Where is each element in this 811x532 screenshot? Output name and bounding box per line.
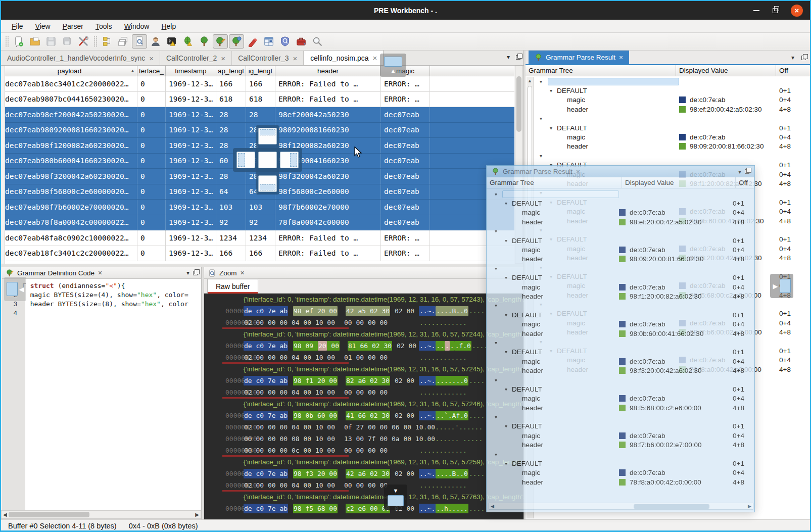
close-icon[interactable]: ×	[149, 54, 154, 63]
titlebar[interactable]: PRE Workbench - . ×	[1, 1, 810, 20]
field-magic[interactable]: magic	[490, 209, 619, 216]
settings-tools-button[interactable]	[76, 34, 91, 49]
expander-icon[interactable]: ▾	[495, 340, 502, 346]
code-line[interactable]: 2 magic BYTES(size=(4), show="hex", colo…	[2, 290, 202, 299]
column-offset[interactable]: Off	[776, 65, 811, 76]
hex-line[interactable]: 00000010 02 00 00 00 04 00 10 000f 27 00…	[204, 421, 523, 433]
expander-icon[interactable]: ▾	[505, 312, 512, 318]
close-icon[interactable]: ×	[293, 54, 298, 63]
expander-icon[interactable]: ▾	[495, 228, 502, 234]
table-row[interactable]: dec07eab48fa8c0902c10000022… 0 1969-12-3…	[2, 230, 514, 246]
close-icon[interactable]: ×	[576, 168, 580, 175]
code-editor[interactable]: 1 Γ struct (endianness="<"){ 2 magic BYT…	[2, 279, 202, 510]
hex-line[interactable]: 00000000 de c0 7e ab 98 ef 20 0042 a5 02…	[204, 305, 523, 317]
hex-bytes[interactable]: de c0 7e ab	[244, 504, 288, 513]
inspector-shield-button[interactable]	[277, 34, 293, 49]
hex-bytes[interactable]: 02 00 00 00 04 00 10 00	[244, 422, 336, 432]
close-icon[interactable]: ×	[372, 54, 377, 62]
expander-icon[interactable]: ▾	[540, 116, 547, 121]
hex-bytes[interactable]: 81 66 02 30	[348, 341, 392, 351]
dock-right-zone-icon[interactable]	[280, 152, 299, 168]
node-label[interactable]: DEFAULT	[512, 274, 542, 281]
menu-item[interactable]: Tools	[90, 21, 118, 32]
parse-tree-button[interactable]	[197, 34, 212, 49]
column-header[interactable]: header	[275, 66, 381, 76]
red-marker-button[interactable]	[245, 34, 260, 49]
column-header[interactable]: terface_	[137, 66, 166, 76]
field-magic[interactable]: magic	[490, 283, 619, 291]
expander-icon[interactable]: ▾	[550, 88, 557, 93]
table-row[interactable]: dec07eab18ec3401c2c20000022… 0 1969-12-3…	[2, 76, 514, 92]
column-displayed-value[interactable]: Displayed Value	[676, 65, 776, 76]
close-icon[interactable]: ×	[98, 269, 102, 277]
hex-bytes[interactable]: 42 a6 02 30	[346, 469, 390, 478]
selected-node-box[interactable]	[502, 190, 619, 198]
tab-list-chevron-icon[interactable]: ▾	[507, 54, 510, 61]
hex-bytes[interactable]	[288, 504, 293, 513]
close-icon[interactable]: ×	[241, 269, 245, 277]
grid-window-button[interactable]	[261, 34, 276, 49]
hex-bytes[interactable]	[288, 341, 293, 351]
dock-tab-drop-indicator[interactable]: ▲	[380, 54, 406, 77]
expander-icon[interactable]: ▾	[505, 201, 512, 206]
expander-icon[interactable]: ▾	[540, 79, 547, 84]
column-header[interactable]: ig_lengt	[246, 66, 275, 76]
user-agent-button[interactable]	[148, 34, 163, 49]
field-magic[interactable]: magic	[535, 133, 679, 141]
search-magnifier-button[interactable]	[310, 34, 325, 49]
grammar-parse-result-tab[interactable]: Grammar Parse Result ×	[529, 51, 629, 64]
document-tab[interactable]: CallController_2 ×	[160, 51, 232, 65]
dock-right-drop-indicator[interactable]: ▶	[770, 274, 793, 298]
document-tab[interactable]: cellinfo_nosim.pca ×	[304, 50, 384, 65]
menu-item[interactable]: File	[6, 21, 29, 32]
expander-icon[interactable]: ▾	[550, 125, 557, 131]
preview-file-button[interactable]	[132, 34, 147, 49]
hex-line[interactable]: 00000010 02 00 00 00 04 00 10 0000 00 00…	[204, 479, 523, 491]
hex-line[interactable]: 00000000 de c0 7e ab 98 f5 68 00c2 e6 00…	[204, 503, 523, 514]
hex-bytes[interactable]: 01 00 00 00	[344, 353, 388, 362]
hex-bytes[interactable]: 00 00 00 00	[344, 318, 388, 327]
field-header[interactable]: header	[535, 142, 679, 150]
close-icon[interactable]: ×	[221, 54, 225, 63]
hex-bytes[interactable]: 00 00 00 00	[344, 388, 388, 397]
hex-bytes[interactable]: 82 a6 02 30	[346, 376, 390, 385]
hex-bytes[interactable]	[288, 411, 293, 420]
expander-icon[interactable]: ▾	[505, 423, 512, 429]
panel-menu-chevron-icon[interactable]: ▾	[791, 54, 794, 61]
expander-icon[interactable]: ▾	[495, 303, 502, 308]
hex-line[interactable]: 00000010 02 00 00 00 04 00 10 0001 00 00…	[204, 352, 523, 363]
field-magic[interactable]: magic	[490, 358, 619, 365]
expander-icon[interactable]: ▾	[540, 153, 547, 159]
floating-horizontal-scrollbar[interactable]: ◀ ▶	[489, 503, 753, 510]
expander-icon[interactable]: ▾	[505, 461, 512, 466]
expander-icon[interactable]: ▾	[505, 349, 512, 355]
field-header[interactable]: header	[490, 478, 619, 486]
maximize-icon[interactable]	[773, 8, 778, 13]
column-header[interactable]: ap_lengt	[216, 66, 246, 76]
dock-left-zone-icon[interactable]	[236, 152, 255, 168]
expander-icon[interactable]: ▾	[505, 238, 512, 244]
edit-grammar-tree-button[interactable]	[213, 34, 228, 49]
raw-buffer-tab[interactable]: Raw buffer	[207, 279, 258, 293]
document-tab[interactable]: CallController_3 ×	[232, 51, 304, 65]
close-icon[interactable]: ×	[619, 54, 623, 61]
field-header[interactable]: header	[490, 404, 619, 412]
field-magic[interactable]: magic	[535, 96, 679, 104]
horizontal-splitter[interactable]	[1, 264, 524, 267]
table-row[interactable]: dec07eab18fc3401c2c20000022… 0 1969-12-3…	[2, 246, 514, 262]
hex-bytes[interactable]: 98 ef 20 00	[293, 306, 338, 316]
panel-menu-chevron-icon[interactable]: ▾	[186, 269, 189, 276]
field-magic[interactable]: magic	[490, 469, 619, 476]
hex-bytes[interactable]: 98 f5 68 00	[293, 504, 338, 513]
hex-bytes[interactable]: 98 f3 20 00	[293, 469, 338, 478]
hex-bytes[interactable]: 00	[327, 341, 340, 351]
field-header[interactable]: header	[490, 293, 619, 300]
node-label[interactable]: DEFAULT	[557, 124, 587, 132]
hex-bytes[interactable]: de c0 7e ab	[244, 306, 288, 316]
field-magic[interactable]: magic	[490, 320, 619, 328]
open-folder-button[interactable]	[27, 34, 42, 49]
expander-icon[interactable]: ▾	[495, 414, 502, 420]
hex-bytes[interactable]: 41 66 02 30	[346, 411, 390, 420]
close-icon[interactable]: ×	[791, 5, 803, 17]
menu-item[interactable]: Parser	[57, 21, 89, 32]
